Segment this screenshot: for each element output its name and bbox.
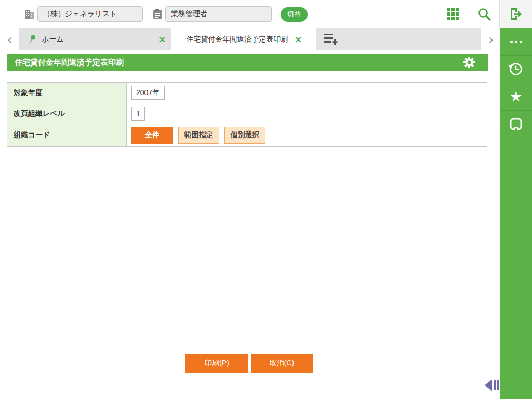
- new-tab-icon[interactable]: [324, 33, 339, 45]
- top-bar: 切替: [0, 0, 532, 28]
- form-row-target-year: 対象年度: [7, 83, 487, 103]
- app-menu-button[interactable]: [437, 0, 469, 28]
- org-code-label: 組織コード: [7, 124, 127, 146]
- page-title: 住宅貸付金年間返済予定表印刷: [15, 58, 124, 68]
- chevron-right-icon[interactable]: ›: [483, 28, 499, 50]
- app-window: 切替 ‹: [0, 0, 532, 399]
- ellipsis-icon: [510, 41, 522, 43]
- tab-home[interactable]: ホーム ×: [19, 28, 171, 50]
- form-row-org-code: 組織コード 全件 範囲指定 個別選択: [7, 124, 487, 146]
- pin-icon: [29, 35, 36, 44]
- logout-icon: [509, 7, 523, 21]
- logout-button[interactable]: [500, 0, 532, 28]
- tab-active-label: 住宅貸付金年間返済予定表印刷: [186, 35, 288, 44]
- search-icon: [477, 7, 491, 21]
- clipboard-icon: [153, 8, 162, 20]
- pocket-icon: [508, 116, 524, 132]
- action-buttons: 印刷(P) 取消(C): [185, 354, 313, 373]
- app-grid-icon: [446, 7, 460, 21]
- tab-active[interactable]: 住宅貸付金年間返済予定表印刷 ×: [171, 28, 316, 50]
- building-icon: [24, 9, 35, 20]
- search-button[interactable]: [469, 0, 500, 28]
- collapse-left-icon[interactable]: [485, 379, 500, 392]
- role-input[interactable]: [165, 6, 272, 22]
- org-range-button[interactable]: 範囲指定: [178, 127, 219, 144]
- page-break-level-input[interactable]: [131, 107, 145, 121]
- cancel-button[interactable]: 取消(C): [251, 354, 313, 373]
- star-icon: ★: [510, 90, 522, 104]
- tab-strip: ホーム × 住宅貸付金年間返済予定表印刷 ×: [19, 28, 481, 50]
- target-year-label: 対象年度: [7, 83, 127, 103]
- history-button[interactable]: [500, 56, 532, 83]
- chevron-left-icon[interactable]: ‹: [2, 28, 18, 50]
- page-break-level-label: 改頁組織レベル: [7, 103, 127, 124]
- org-all-button[interactable]: 全件: [131, 127, 173, 144]
- switch-button[interactable]: 切替: [281, 7, 308, 22]
- gear-icon[interactable]: [463, 57, 475, 68]
- target-year-input[interactable]: [131, 86, 165, 100]
- more-button[interactable]: [500, 28, 532, 56]
- print-settings-form: 対象年度 改頁組織レベル 組織コード 全件 範囲指定 個別選択: [7, 82, 487, 147]
- panel-title-bar: 住宅貸付金年間返済予定表印刷: [7, 54, 488, 71]
- form-row-page-break-level: 改頁組織レベル: [7, 103, 487, 124]
- org-individual-button[interactable]: 個別選択: [224, 127, 265, 144]
- right-sidebar: ★: [500, 28, 532, 399]
- tab-bar: ‹ ホーム × 住宅貸付金年間返済予定表印刷 ×: [0, 28, 500, 50]
- close-icon[interactable]: ×: [295, 34, 301, 45]
- tab-home-label: ホーム: [42, 35, 64, 44]
- history-icon: [508, 61, 524, 77]
- close-icon[interactable]: ×: [159, 34, 165, 45]
- favorites-button[interactable]: ★: [500, 83, 532, 111]
- print-button[interactable]: 印刷(P): [185, 354, 248, 373]
- company-input[interactable]: [37, 6, 143, 22]
- pocket-button[interactable]: [500, 111, 532, 138]
